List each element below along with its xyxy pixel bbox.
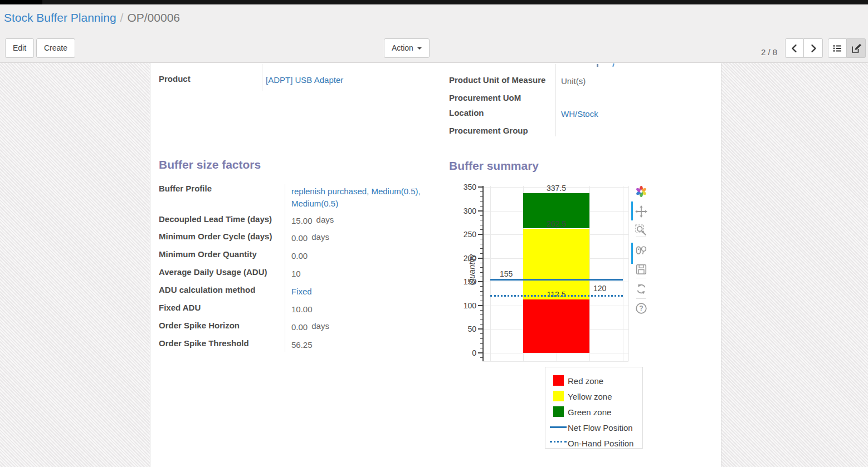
legend-swatch	[550, 426, 567, 428]
buffer-summary-chart: Quantity 112.5262.5337.51551200501001502…	[451, 181, 659, 371]
y-axis-tick-label: 100	[454, 301, 476, 310]
form-icon	[851, 43, 862, 54]
chevron-right-icon	[809, 43, 818, 53]
y-axis-minor-tick	[480, 253, 482, 254]
edit-button[interactable]: Edit	[5, 38, 34, 58]
save-icon[interactable]	[635, 263, 647, 276]
section-title-buffer-summary: Buffer summary	[449, 159, 539, 173]
reset-axes-icon[interactable]	[635, 283, 647, 295]
field-label-spike-horizon: Order Spike Horizon	[159, 321, 240, 330]
field-label-procurement-group: Procurement Group	[449, 126, 528, 135]
plotly-logo-icon[interactable]	[635, 185, 647, 198]
y-axis-minor-tick	[480, 215, 482, 216]
legend-item-net-flow-position[interactable]: Net Flow Position	[545, 422, 642, 434]
product-value-link[interactable]: [ADPT] USB Adapter	[266, 75, 343, 85]
y-axis-tick-label: 350	[454, 183, 476, 191]
y-axis-minor-tick	[480, 338, 482, 339]
y-axis-minor-tick	[480, 286, 482, 287]
y-axis-minor-tick	[480, 310, 482, 311]
y-axis-minor-tick	[480, 277, 482, 277]
yellow-zone-bar[interactable]	[523, 229, 589, 300]
legend-item-red-zone[interactable]: Red zone	[545, 375, 642, 387]
on-hand-position-line[interactable]	[490, 295, 623, 297]
box-zoom-icon[interactable]	[635, 224, 647, 237]
form-sheet: Product [ADPT] USB Adapter Product Unit …	[150, 63, 721, 467]
legend-item-green-zone[interactable]: Green zone	[545, 406, 642, 419]
field-label-min-order-qty: Minimum Order Quantity	[159, 249, 257, 259]
y-axis-major-tick	[478, 352, 482, 353]
y-axis-minor-tick	[480, 324, 482, 325]
field-label-spike-threshold: Order Spike Threshold	[159, 338, 249, 348]
legend-item-on-hand-position[interactable]: On-Hand Position	[545, 437, 642, 450]
create-button[interactable]: Create	[36, 38, 75, 58]
modebar-separator	[631, 243, 633, 264]
zone-value-label: 337.5	[534, 184, 579, 193]
y-axis-tick-label: 200	[454, 254, 476, 263]
y-axis-minor-tick	[480, 343, 482, 344]
field-separator	[285, 184, 285, 352]
chevron-left-icon	[790, 43, 799, 53]
field-value-product-uom: Unit(s)	[561, 76, 586, 86]
zone-value-label: 262.5	[534, 219, 579, 228]
y-axis-minor-tick	[480, 314, 482, 315]
pager-buttons	[785, 38, 823, 58]
field-label-buffer-profile: Buffer Profile	[159, 184, 212, 193]
net-flow-position-line[interactable]	[490, 279, 623, 281]
field-separator	[262, 64, 262, 91]
field-value-adu: 10	[291, 269, 301, 278]
chevron-down-icon	[417, 47, 422, 50]
y-axis-major-tick	[478, 234, 482, 235]
legend-swatch	[550, 441, 567, 443]
gridline-v	[623, 186, 623, 361]
y-axis-minor-tick	[480, 319, 482, 320]
modebar-divider	[636, 278, 646, 278]
pager-prev-button[interactable]	[785, 38, 804, 58]
section-title-buffer-size-factors: Buffer size factors	[159, 158, 261, 171]
buffer-profile-value-link[interactable]: replenish purchased, Medium(0.5), Medium…	[291, 185, 431, 210]
gridline-h	[482, 361, 628, 362]
breadcrumb-parent-link[interactable]: Stock Buffer Planning	[4, 11, 116, 24]
modebar-divider	[636, 298, 646, 299]
y-axis-minor-tick	[480, 267, 482, 268]
action-dropdown-button[interactable]: Action	[384, 38, 430, 58]
legend-swatch	[553, 406, 564, 417]
field-label-product-uom: Product Unit of Measure	[449, 75, 545, 85]
list-view-button[interactable]	[828, 38, 847, 58]
y-axis-minor-tick	[480, 191, 482, 192]
location-value-link[interactable]: WH/Stock	[561, 109, 598, 119]
y-axis-minor-tick	[480, 220, 482, 220]
y-axis-minor-tick	[480, 206, 482, 207]
hover-compare-icon[interactable]	[635, 244, 647, 257]
legend-label: Net Flow Position	[568, 423, 633, 432]
y-axis-major-tick	[478, 328, 482, 330]
breadcrumb-current: OP/00006	[127, 11, 180, 24]
field-label-dlt: Decoupled Lead Time (days)	[159, 214, 272, 224]
field-label-procurement-uom: Procurement UoM	[449, 93, 521, 102]
gridline-v	[589, 186, 590, 361]
red-zone-bar[interactable]	[523, 299, 589, 353]
y-axis-major-tick	[478, 281, 482, 282]
clipped-text-fragment	[597, 64, 598, 67]
form-view-button[interactable]	[847, 38, 866, 58]
gridline-v	[490, 186, 491, 361]
legend-item-yellow-zone[interactable]: Yellow zone	[545, 391, 642, 403]
legend-label: On-Hand Position	[568, 439, 633, 448]
legend-label: Green zone	[568, 407, 611, 417]
pan-icon[interactable]	[635, 205, 647, 218]
y-axis-minor-tick	[480, 296, 482, 296]
field-value-min-order-cycle: 0.00	[291, 233, 308, 243]
line-value-label: 155	[500, 269, 513, 278]
help-icon[interactable]: ?	[635, 302, 647, 314]
pager-next-button[interactable]	[804, 38, 823, 58]
field-suffix-days: days	[311, 321, 329, 331]
zone-value-label: 112.5	[534, 290, 579, 299]
y-axis-minor-tick	[480, 239, 482, 239]
y-axis-minor-tick	[480, 263, 482, 263]
adu-method-value-link[interactable]: Fixed	[291, 287, 312, 296]
svg-text:?: ?	[639, 304, 643, 312]
list-icon	[832, 43, 843, 54]
control-panel: Stock Buffer Planning/OP/00006 Edit Crea…	[0, 4, 868, 63]
clipped-text-fragment	[612, 63, 615, 67]
y-axis-line	[482, 186, 484, 361]
y-axis-tick-label: 50	[454, 325, 476, 333]
